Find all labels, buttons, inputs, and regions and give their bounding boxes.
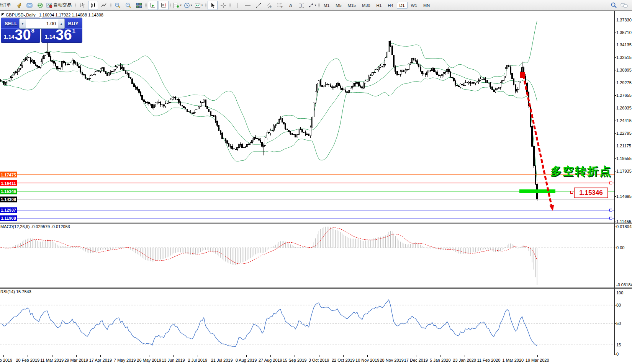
indicators-button[interactable]: ▾ (172, 1, 182, 10)
line-chart-button[interactable] (99, 1, 109, 10)
sell-price-big: 30 (15, 28, 31, 41)
buy-price-big: 36 (56, 28, 72, 41)
price-tick-label: 1.32515 (616, 55, 632, 60)
candlestick-chart-button[interactable] (88, 1, 98, 10)
autotrade-button[interactable]: 自动交易 (46, 1, 74, 10)
price-annotation-box[interactable]: 1.15346 (574, 188, 608, 198)
toolbar-grip (145, 2, 147, 9)
timeframe-mn[interactable]: MN (421, 2, 432, 9)
macd-signal-line (1, 228, 537, 264)
timeframe-m1[interactable]: M1 (321, 2, 332, 9)
timeframe-h4[interactable]: H4 (385, 2, 396, 9)
horizontal-line-button[interactable] (243, 1, 253, 10)
trendline-button[interactable] (254, 1, 264, 10)
sell-price-small: 1.14 (4, 34, 14, 40)
chart-title: GBPUSD-,Daily 1.16094 1.17922 1.14088 1.… (6, 13, 103, 17)
price-level-badge: 1.11908 (0, 215, 17, 221)
level-line-handle[interactable] (609, 209, 612, 211)
timeframe-h1[interactable]: H1 (373, 2, 384, 9)
svg-text:F: F (281, 6, 283, 8)
macd-label: MACD(12,26,9) -0.029579 -0.012053 (0, 224, 70, 229)
timeframe-m30[interactable]: M30 (359, 2, 373, 9)
level-line-handle[interactable] (609, 182, 612, 184)
price-tick-label: 1.37330 (616, 18, 632, 22)
buy-price: 1.14 36 1 (45, 27, 75, 41)
volume-value[interactable]: 1.00 (26, 19, 58, 28)
price-annotation-handle[interactable] (570, 191, 573, 194)
rsi-line (1, 300, 537, 347)
search-button[interactable] (609, 1, 619, 10)
crosshair-button[interactable] (218, 1, 228, 10)
macd-tick-label: -0.031847 (616, 282, 632, 287)
macd-value-main: -0.029579 (31, 224, 50, 229)
toolbar-grip (75, 2, 76, 9)
level-line-handle[interactable] (609, 217, 612, 219)
one-click-trading-panel: SELL 1.14 30 8 BUY 1.14 36 1 ▾ 1.00 ▴ (1, 18, 82, 42)
volume-decrease-button[interactable]: ▾ (20, 19, 26, 28)
charts-window-icon[interactable] (25, 1, 34, 10)
chart-marker-icon (2, 13, 4, 16)
fibonacci-button[interactable]: F (275, 1, 285, 10)
autotrade-label: 自动交易 (53, 2, 72, 8)
tile-windows-button[interactable] (134, 1, 144, 10)
price-level-badge: 1.16411 (0, 180, 17, 186)
new-order-button[interactable]: 新订单 (0, 1, 13, 10)
new-order-label: 新订单 (0, 2, 11, 8)
broadcast-icon[interactable] (35, 1, 45, 10)
chart-shift-button[interactable] (159, 1, 169, 10)
price-tick-label: 1.35710 (616, 30, 632, 35)
rsi-tick-label: 100 (616, 291, 623, 295)
rsi-tick-label: 50 (616, 321, 621, 326)
price-level-badge: 1.14308 (0, 196, 17, 202)
timeframe-m15[interactable]: M15 (345, 2, 359, 9)
rsi-name: RSI(14) (0, 289, 15, 294)
chat-button[interactable] (619, 1, 629, 10)
vertical-line-button[interactable] (232, 1, 242, 10)
templates-button[interactable]: ▾ (194, 1, 204, 10)
bar-chart-button[interactable] (77, 1, 87, 10)
macd-histogram (1, 227, 537, 285)
timeframe-m5[interactable]: M5 (333, 2, 344, 9)
turning-point-annotation[interactable]: 多空转折点 (550, 164, 612, 179)
zoom-out-button[interactable] (123, 1, 133, 10)
price-tick-label: 1.17935 (616, 169, 632, 173)
price-tick-label: 1.11455 (616, 219, 631, 224)
buy-button[interactable]: BUY (68, 21, 79, 26)
toolbar-grip (205, 2, 206, 9)
timeframe-group: M1M5M15M30H1H4D1W1MN (321, 2, 433, 9)
chart-ohlc: 1.16094 1.17922 1.14088 1.14308 (39, 13, 103, 17)
macd-tick-label: 0.00 (616, 245, 624, 250)
periods-button[interactable]: ▾ (183, 1, 193, 10)
cursor-button[interactable] (208, 1, 218, 10)
autoscroll-button[interactable] (148, 1, 158, 10)
macd-tick-label: 0.018048 (616, 224, 632, 229)
price-tick-label: 1.14695 (616, 194, 632, 199)
text-button[interactable]: A (286, 1, 296, 10)
toolbar-grip (110, 2, 111, 9)
svg-text:E: E (270, 6, 272, 8)
rsi-label: RSI(14) 15.7543 (0, 289, 31, 294)
buy-price-small: 1.14 (45, 34, 55, 40)
timeframe-d1[interactable]: D1 (397, 2, 408, 9)
gold-arrow-icon[interactable] (14, 1, 24, 10)
price-tick-label: 1.24415 (616, 118, 632, 123)
channel-button[interactable]: E (264, 1, 274, 10)
mt4-window: 新订单 自动交易 (0, 0, 632, 364)
volume-stepper: ▾ 1.00 ▴ (19, 18, 65, 29)
macd-value-signal: -0.012053 (51, 224, 70, 229)
price-level-badge: 1.17475 (0, 172, 17, 178)
text-label-button[interactable]: T (296, 1, 306, 10)
svg-text:A: A (289, 3, 293, 8)
chart-canvas[interactable] (0, 0, 632, 364)
chart-symbol-period: GBPUSD-,Daily (6, 13, 36, 17)
zoom-in-button[interactable] (113, 1, 123, 10)
sell-button[interactable]: SELL (5, 21, 17, 26)
arrows-button[interactable]: ▾ (307, 1, 317, 10)
sell-price: 1.14 30 8 (4, 27, 34, 41)
dropdown-icon: ▾ (180, 3, 182, 7)
volume-increase-button[interactable]: ▴ (58, 19, 64, 28)
timeframe-w1[interactable]: W1 (408, 2, 420, 9)
bollinger-bands (1, 21, 537, 181)
price-tick-label: 1.27655 (616, 93, 632, 98)
green-zone-bar (519, 189, 555, 193)
